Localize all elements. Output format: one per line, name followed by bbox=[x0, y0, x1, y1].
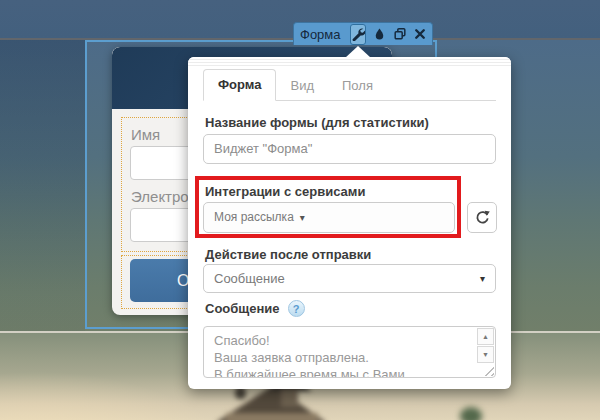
message-text: Спасибо! Ваша заявка отправлена. В ближа… bbox=[204, 327, 495, 378]
popover-arrow bbox=[345, 46, 371, 58]
message-line: Спасибо! bbox=[214, 332, 485, 349]
close-icon bbox=[414, 28, 426, 40]
message-textarea[interactable]: Спасибо! Ваша заявка отправлена. В ближа… bbox=[203, 326, 496, 378]
refresh-button[interactable] bbox=[467, 202, 497, 233]
screen: Имя Электро О Форма bbox=[0, 0, 600, 420]
scroll-down-button[interactable]: ▼ bbox=[477, 346, 494, 363]
message-label: Сообщение bbox=[205, 301, 280, 316]
delete-button[interactable] bbox=[414, 25, 426, 44]
after-submit-select[interactable]: Сообщение ▾ bbox=[203, 264, 496, 293]
textarea-scrollbar[interactable]: ▲ ▼ bbox=[477, 328, 494, 364]
scroll-up-button[interactable]: ▲ bbox=[477, 328, 494, 345]
tab-fields[interactable]: Поля bbox=[328, 71, 387, 100]
settings-popover: Форма Вид Поля Название формы (для стати… bbox=[188, 57, 511, 389]
form-name-label: Название формы (для статистики) bbox=[205, 115, 429, 130]
form-name-value: Виджет "Форма" bbox=[214, 141, 312, 156]
message-label-row: Сообщение ? bbox=[205, 300, 305, 317]
copy-icon bbox=[393, 27, 407, 41]
after-submit-selected-value: Сообщение bbox=[214, 271, 285, 286]
duplicate-button[interactable] bbox=[393, 25, 407, 44]
integrations-label: Интеграции с сервисами bbox=[205, 184, 365, 199]
tab-bar: Форма Вид Поля bbox=[203, 70, 496, 101]
form-name-input[interactable]: Виджет "Форма" bbox=[203, 134, 496, 164]
refresh-icon bbox=[475, 210, 490, 225]
integrations-selected-value: Моя рассылка bbox=[214, 210, 294, 224]
church-tower bbox=[281, 389, 298, 407]
popover-top-stripes bbox=[188, 57, 511, 68]
help-icon[interactable]: ? bbox=[288, 300, 305, 317]
page-left-shade bbox=[0, 40, 85, 331]
integrations-dropdown[interactable]: Моя рассылка▾ bbox=[203, 202, 455, 233]
church-body bbox=[226, 413, 318, 420]
after-submit-label: Действие после отправки bbox=[205, 247, 371, 262]
message-line: В ближайшее время мы с Вами bbox=[214, 366, 485, 378]
wrench-icon bbox=[351, 27, 365, 41]
widget-toolbar: Форма bbox=[293, 22, 433, 45]
tree bbox=[460, 407, 482, 420]
style-droplet-button[interactable] bbox=[373, 25, 386, 44]
tab-view[interactable]: Вид bbox=[276, 71, 328, 100]
message-line: Ваша заявка отправлена. bbox=[214, 349, 485, 366]
tab-form[interactable]: Форма bbox=[203, 69, 276, 101]
droplet-icon bbox=[373, 27, 386, 41]
chevron-down-icon: ▾ bbox=[300, 212, 305, 223]
chevron-down-icon: ▾ bbox=[480, 265, 485, 292]
settings-wrench-button[interactable] bbox=[350, 24, 366, 45]
toolbar-widget-name: Форма bbox=[300, 27, 341, 42]
